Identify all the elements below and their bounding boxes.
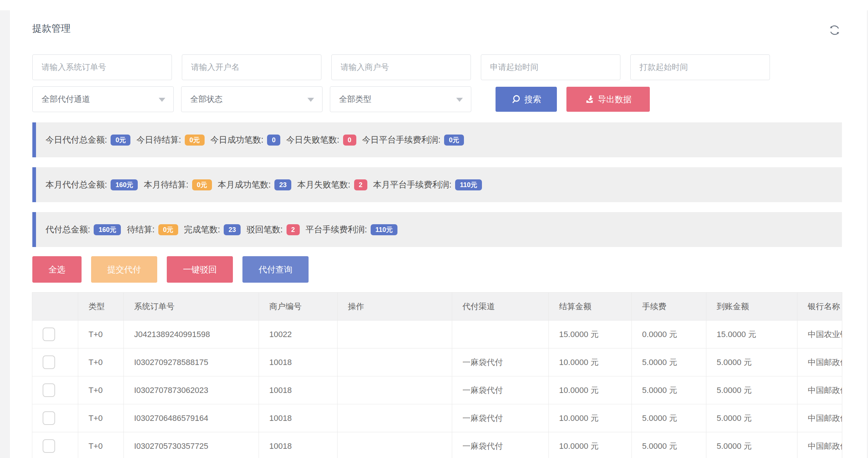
cell-type: T+0 [78, 348, 124, 376]
payment-query-button[interactable]: 代付查询 [242, 256, 309, 283]
col-type: 类型 [78, 293, 124, 321]
row-checkbox[interactable] [43, 383, 55, 397]
cell-merchant-no: 10018 [259, 432, 338, 458]
type-select-value: 全部类型 [339, 94, 371, 105]
search-icon [511, 94, 521, 104]
cell-settle-amount: 10.0000 元 [549, 376, 632, 404]
col-arrive-amount: 到账金额 [706, 293, 797, 321]
stat-badge: 23 [274, 179, 291, 190]
cell-merchant-no: 10018 [259, 376, 338, 404]
cell-merchant-no: 10018 [259, 404, 338, 432]
stat-label: 完成笔数: [184, 224, 220, 235]
export-data-button[interactable]: 导出数据 [566, 87, 650, 112]
search-filter-row [32, 54, 770, 80]
order-number-input[interactable] [32, 54, 172, 80]
col-operation: 操作 [338, 293, 452, 321]
channel-select[interactable]: 全部代付通道 [32, 86, 174, 112]
cell-operation [338, 321, 452, 348]
cell-order-no: I0302705730357725 [124, 432, 259, 458]
merchant-number-input[interactable] [331, 54, 471, 80]
table-row: T+0 I0302707873062023 10018 一麻袋代付 10.000… [32, 376, 842, 404]
cell-order-no: I0302707873062023 [124, 376, 259, 404]
reject-all-button[interactable]: 一键驳回 [167, 256, 233, 283]
cell-fee: 5.0000 元 [632, 376, 706, 404]
col-order-no: 系统订单号 [124, 293, 259, 321]
col-fee: 手续费 [632, 293, 706, 321]
stat-label: 平台手续费利润: [306, 224, 367, 235]
stat-badge: 0 [267, 135, 280, 146]
apply-start-time-input[interactable] [481, 54, 620, 80]
stat-label: 代付总金额: [46, 224, 90, 235]
stat-badge: 0元 [444, 135, 464, 146]
table-row: T+0 I0302706486579164 10018 一麻袋代付 10.000… [32, 404, 842, 432]
cell-bank-name: 中国邮政储蓄银行 [797, 376, 842, 404]
cell-settle-amount: 15.0000 元 [549, 321, 632, 348]
cell-bank-name: 中国邮政储蓄银行 [797, 348, 842, 376]
chevron-down-icon [159, 98, 165, 102]
stat-label: 今日平台手续费利润: [362, 134, 440, 146]
stat-badge: 0 [343, 135, 356, 146]
cell-arrive-amount: 5.0000 元 [706, 432, 797, 458]
cell-type: T+0 [78, 432, 124, 458]
stat-label: 本月待结算: [144, 179, 188, 190]
bulk-actions-row: 全选 提交代付 一键驳回 代付查询 [32, 256, 309, 283]
cell-channel [452, 321, 549, 348]
cell-bank-name: 中国农业银行 [797, 321, 842, 348]
cell-channel: 一麻袋代付 [452, 432, 549, 458]
page-background-left [0, 10, 10, 458]
stat-label: 今日失败笔数: [286, 134, 339, 146]
account-name-input[interactable] [182, 54, 321, 80]
cell-bank-name: 中国邮政储蓄银行 [797, 432, 842, 458]
cell-order-no: I0302709278588175 [124, 348, 259, 376]
stat-badge: 2 [354, 179, 367, 190]
status-select-value: 全部状态 [190, 94, 223, 105]
stat-label: 今日成功笔数: [210, 134, 263, 146]
select-all-button[interactable]: 全选 [32, 256, 82, 283]
cell-channel: 一麻袋代付 [452, 348, 549, 376]
type-select[interactable]: 全部类型 [330, 86, 471, 112]
table-row: T+0 I0302705730357725 10018 一麻袋代付 10.000… [32, 432, 842, 458]
page-title: 提款管理 [32, 22, 71, 35]
month-stats-bar: 本月代付总金额:160元 本月待结算:0元 本月成功笔数:23 本月失败笔数:2… [32, 167, 842, 202]
cell-settle-amount: 10.0000 元 [549, 432, 632, 458]
cell-arrive-amount: 5.0000 元 [706, 404, 797, 432]
total-stats-bar: 代付总金额:160元 待结算:0元 完成笔数:23 驳回笔数:2 平台手续费利润… [32, 212, 842, 247]
search-button-label: 搜索 [525, 94, 541, 105]
row-checkbox[interactable] [43, 328, 55, 341]
cell-type: T+0 [78, 376, 124, 404]
chevron-down-icon [456, 98, 463, 102]
stat-label: 驳回笔数: [246, 224, 282, 235]
row-checkbox[interactable] [43, 411, 55, 425]
stat-badge: 0元 [158, 224, 178, 235]
cell-bank-name: 中国邮政储蓄银行 [797, 404, 842, 432]
stat-label: 待结算: [127, 224, 154, 235]
table-header-row: 类型 系统订单号 商户编号 操作 代付渠道 结算金额 手续费 到账金额 银行名称 [32, 293, 842, 321]
cell-operation [338, 376, 452, 404]
cell-merchant-no: 10022 [259, 321, 338, 348]
stat-badge: 160元 [111, 179, 138, 190]
row-checkbox[interactable] [43, 355, 55, 369]
stat-badge: 23 [224, 224, 241, 235]
pay-start-time-input[interactable] [630, 54, 770, 80]
cell-arrive-amount: 5.0000 元 [706, 376, 797, 404]
status-select[interactable]: 全部状态 [181, 86, 323, 112]
col-bank-name: 银行名称 [797, 293, 842, 321]
stat-label: 本月成功笔数: [218, 179, 271, 190]
stat-badge: 110元 [455, 179, 482, 190]
search-button[interactable]: 搜索 [496, 87, 557, 112]
chevron-down-icon [307, 98, 314, 102]
stat-badge: 110元 [371, 224, 397, 235]
cell-channel: 一麻袋代付 [452, 376, 549, 404]
stat-label: 本月失败笔数: [297, 179, 350, 190]
stat-badge: 0元 [192, 179, 212, 190]
cell-fee: 0.0000 元 [632, 321, 706, 348]
submit-payment-button[interactable]: 提交代付 [91, 256, 157, 283]
stat-badge: 2 [287, 224, 300, 235]
stat-badge: 160元 [94, 224, 121, 235]
col-channel: 代付渠道 [452, 293, 549, 321]
refresh-button[interactable] [827, 23, 842, 37]
cell-operation [338, 348, 452, 376]
row-checkbox[interactable] [43, 439, 55, 453]
stat-label: 本月平台手续费利润: [373, 179, 451, 190]
table-row: T+0 J0421389240991598 10022 15.0000 元 0.… [32, 321, 842, 348]
